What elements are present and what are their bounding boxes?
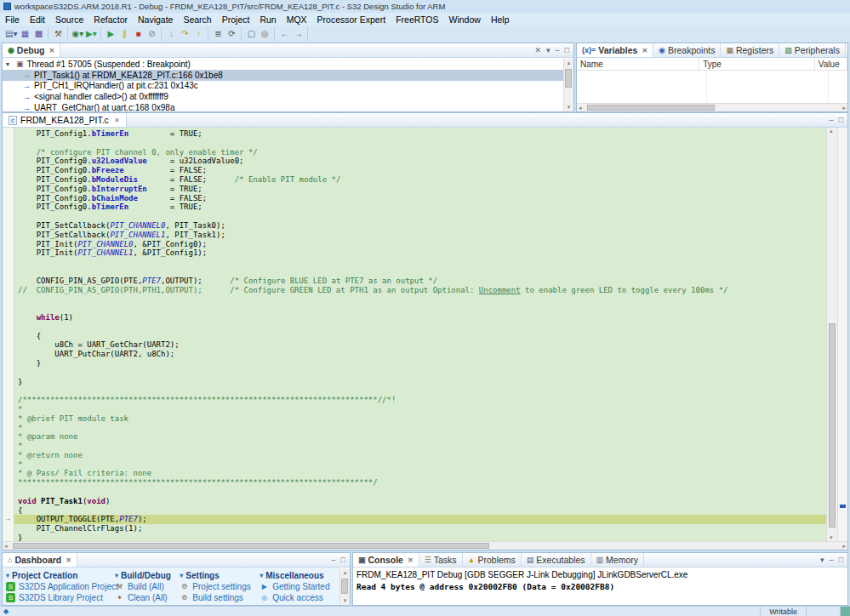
scroll-left-icon[interactable]: ◂ xyxy=(579,105,582,111)
code-line[interactable]: // CONFIG_PIN_AS_GPIO(PTH,PTH1,OUTPUT); … xyxy=(18,286,826,295)
code-line[interactable]: OUTPUT_TOGGLE(PTE,PTE7); xyxy=(14,515,826,524)
annotation-ruler[interactable]: → xyxy=(3,128,14,541)
chevron-down-icon[interactable]: ▾ xyxy=(115,572,118,579)
tab-memory[interactable]: ▥Memory xyxy=(591,553,644,567)
maximize-icon[interactable]: □ xyxy=(341,556,345,564)
maximize-icon[interactable]: □ xyxy=(565,46,569,54)
code-line[interactable]: PIT_SetCallback(PIT_CHANNEL0, PIT_Task0)… xyxy=(18,221,826,231)
save-all-icon[interactable]: ▩ xyxy=(31,29,45,38)
code-line[interactable]: * @return none xyxy=(18,451,826,460)
code-line[interactable]: } xyxy=(18,378,826,387)
maximize-icon[interactable]: □ xyxy=(839,556,843,564)
scroll-right-icon[interactable]: ▸ xyxy=(842,105,846,111)
code-line[interactable] xyxy=(18,139,826,148)
editor-hscrollbar[interactable]: ◂ ▸ xyxy=(3,541,847,550)
dashboard-vscrollbar[interactable]: ▴ ▾ xyxy=(339,568,350,605)
step-into-icon[interactable]: ↓ xyxy=(164,29,178,38)
menu-window[interactable]: Window xyxy=(444,14,486,25)
build-settings-link[interactable]: ⚙Build settings xyxy=(180,592,254,603)
view-menu-icon[interactable]: ▾ xyxy=(820,556,824,564)
step-return-icon[interactable]: ↑ xyxy=(191,29,205,38)
code-line[interactable]: /***************************************… xyxy=(18,396,826,405)
tab-frdm-kea128-pit-c[interactable]: c FRDM_KEA128_PIT.c ✕ xyxy=(3,113,127,127)
resume-icon[interactable]: ▶ xyxy=(104,29,117,38)
step-over-icon[interactable]: ↷ xyxy=(178,29,191,38)
variables-grid[interactable] xyxy=(577,71,847,103)
menu-help[interactable]: Help xyxy=(486,14,515,25)
console-body[interactable]: FRDM_KEA128_PIT Debug [GDB SEGGER J-Link… xyxy=(353,568,847,605)
code-line[interactable]: * xyxy=(18,460,826,470)
minimize-icon[interactable]: – xyxy=(332,556,336,564)
code-line[interactable]: UART_PutChar(UART2, u8Ch); xyxy=(18,350,826,359)
scroll-thumb[interactable] xyxy=(587,105,715,111)
chevron-down-icon[interactable]: ▾ xyxy=(6,60,13,68)
menu-mqx[interactable]: MQX xyxy=(282,14,312,25)
variables-hscrollbar[interactable]: ◂ ▸ xyxy=(577,103,847,111)
minimize-icon[interactable]: – xyxy=(556,46,560,54)
close-icon[interactable]: ✕ xyxy=(114,117,120,124)
code-line[interactable]: { xyxy=(18,506,826,516)
getting-started-link[interactable]: ▶Getting Started xyxy=(260,581,339,592)
code-line[interactable]: PIT_Config0.bFreeze = FALSE; xyxy=(18,166,826,175)
overview-ruler[interactable] xyxy=(837,128,847,541)
debug-vscrollbar[interactable]: ▴ ▾ xyxy=(563,59,573,111)
code-line[interactable]: * xyxy=(18,424,826,433)
scroll-thumb[interactable] xyxy=(565,69,572,88)
code-line[interactable]: PIT_Init(PIT_CHANNEL1, &PIT_Config1); xyxy=(18,248,826,258)
current-line-marker[interactable] xyxy=(840,505,846,508)
menu-project[interactable]: Project xyxy=(217,14,255,25)
code-line[interactable]: * @param none xyxy=(18,432,826,442)
instruction-stepping-icon[interactable]: ≣ xyxy=(211,29,225,38)
menu-navigate[interactable]: Navigate xyxy=(133,14,178,25)
s32ds-application-project-link[interactable]: SS32DS Application Project xyxy=(6,581,110,592)
restart-icon[interactable]: ⟳ xyxy=(225,29,238,38)
scroll-left-icon[interactable]: ◂ xyxy=(4,543,8,550)
code-line[interactable] xyxy=(18,488,826,497)
search-icon[interactable]: ◎ xyxy=(258,29,271,38)
suspend-icon[interactable]: ∥ xyxy=(117,29,131,38)
menu-refactor[interactable]: Refactor xyxy=(88,14,133,25)
code-line[interactable]: { xyxy=(18,332,826,341)
back-icon[interactable]: ← xyxy=(277,29,291,38)
new-wizard-icon[interactable]: ▤▾ xyxy=(4,29,18,38)
terminate-icon[interactable]: ■ xyxy=(131,29,145,38)
scroll-thumb[interactable] xyxy=(13,543,489,549)
scroll-right-icon[interactable]: ▸ xyxy=(842,543,846,550)
code-line[interactable]: * xyxy=(18,442,826,451)
code-line[interactable] xyxy=(18,368,826,378)
maximize-icon[interactable]: □ xyxy=(839,116,843,124)
minimize-icon[interactable]: – xyxy=(830,116,834,124)
code-line[interactable]: PIT_ChannelClrFlags(1); xyxy=(18,524,826,533)
scroll-down-icon[interactable]: ▾ xyxy=(568,103,571,111)
s32ds-library-project-link[interactable]: SS32DS Library Project xyxy=(6,592,110,603)
tab-variables[interactable]: (x)=Variables✕ xyxy=(577,43,653,57)
code-line[interactable] xyxy=(18,267,826,277)
code-line[interactable]: } xyxy=(18,533,826,541)
code-line[interactable]: void PIT_Task1(void) xyxy=(18,497,826,506)
code-line[interactable]: PIT_Init(PIT_CHANNEL0, &PIT_Config0); xyxy=(18,240,826,249)
tab-debug[interactable]: ◉ Debug ✕ xyxy=(3,43,60,57)
code-line[interactable] xyxy=(18,386,826,396)
resize-grip[interactable] xyxy=(840,607,850,616)
project-settings-link[interactable]: ⚙Project settings xyxy=(180,581,254,592)
code-line[interactable]: * @ Pass/ Fail criteria: none xyxy=(18,469,826,478)
tab-tasks[interactable]: ☰Tasks xyxy=(419,553,463,567)
debug-frame-row[interactable]: →PIT_CH1_IRQHandler() at pit.c:231 0x143… xyxy=(3,81,563,92)
view-menu-icon[interactable]: ▾ xyxy=(546,46,551,54)
code-line[interactable]: PIT_SetCallback(PIT_CHANNEL1, PIT_Task1)… xyxy=(18,231,826,240)
code-area[interactable]: PIT_Config1.bTimerEn = TRUE; /* configur… xyxy=(14,128,826,541)
debug-thread-row[interactable]: ▾▣Thread #1 57005 (Suspended : Breakpoin… xyxy=(3,59,563,70)
tab-executables[interactable]: ▤Executables xyxy=(522,553,591,567)
code-line[interactable] xyxy=(18,212,826,221)
close-icon[interactable]: ✕ xyxy=(642,47,647,54)
run-icon[interactable]: ▶▾ xyxy=(84,29,98,38)
scroll-up-icon[interactable]: ▴ xyxy=(830,128,833,134)
code-line[interactable]: PIT_Config0.u32LoadValue = u32LoadValue0… xyxy=(18,157,826,166)
menu-processor-expert[interactable]: Processor Expert xyxy=(312,14,391,25)
code-line[interactable]: /* configure PIT channel 0, only enable … xyxy=(18,148,826,157)
menu-search[interactable]: Search xyxy=(178,14,216,25)
menu-edit[interactable]: Edit xyxy=(25,14,50,25)
editor-vscrollbar[interactable]: ▴ ▾ xyxy=(826,128,837,541)
scroll-thumb[interactable] xyxy=(829,323,836,528)
close-icon[interactable]: ✕ xyxy=(49,47,55,54)
